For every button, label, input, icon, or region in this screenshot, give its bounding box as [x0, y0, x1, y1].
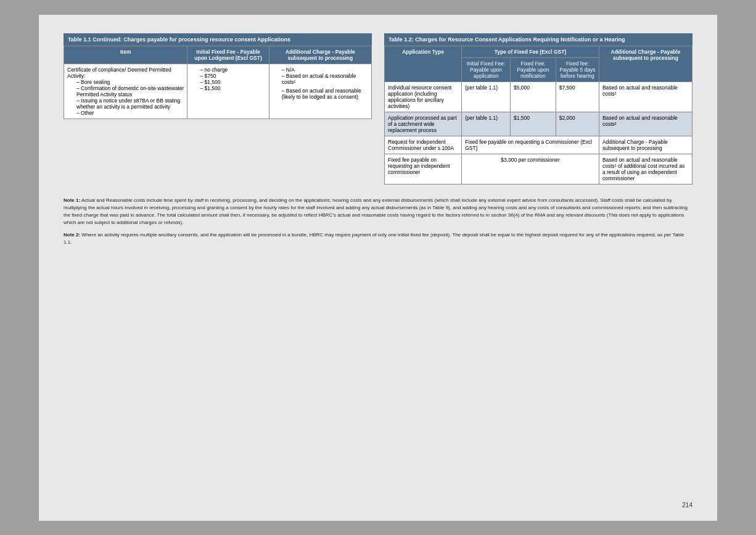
initial-list: no charge $750 $1,500 $1,500 [200, 67, 265, 91]
page-number: 214 [682, 502, 692, 508]
table-row: Certificate of compliance/ Deemed Permit… [64, 64, 372, 118]
hearing-cell: $7,500 [556, 81, 599, 112]
right-sub-notif: Fixed Fee: Payable upon notification [511, 57, 556, 81]
right-table-title: Table 1.2: Charges for Resource Consent … [384, 33, 692, 46]
app-type-cell: Request for Independent Commissioner und… [385, 136, 462, 154]
left-additional-cell: N/A Based on actual & reasonable costs¹ … [269, 64, 371, 118]
additional-cell: Based on actual and reasonable costs² [599, 112, 692, 136]
notif-cell: $1,500 [511, 112, 556, 136]
list-item: Based on actual & reasonable costs¹ [282, 73, 368, 85]
additional-list: N/A Based on actual & reasonable costs¹ … [282, 67, 368, 100]
table-row: Fixed fee payable on requesting an indep… [385, 154, 692, 184]
list-item: N/A [282, 67, 368, 73]
right-col-app-type: Application Type [385, 46, 462, 81]
page: Table 1.1 Continued: Charges payable for… [39, 15, 717, 521]
list-item: Based on actual and reasonable (likely t… [282, 88, 368, 100]
app-type-cell: Application processed as part of a catch… [385, 112, 462, 136]
right-table: Application Type Type of Fixed Fee (Excl… [384, 46, 692, 185]
initial-cell: (per table 1.1) [462, 81, 511, 112]
left-col-initial: Initial Fixed Fee - Payable upon Lodgmen… [187, 46, 269, 64]
list-item: $1,500 [200, 85, 265, 91]
additional-cell: Additional Charge - Payable subsequent t… [599, 136, 692, 154]
list-item: no charge [200, 67, 265, 73]
additional-cell: Based on actual and reasonable costs¹ [599, 81, 692, 112]
right-sub-hearing: Fixed fee: Payable 5 days before hearing [556, 57, 599, 81]
list-item: Other [76, 110, 184, 116]
left-col-item: Item [64, 46, 187, 64]
additional-cell: Based on actual and reasonable costs¹ of… [599, 154, 692, 184]
app-type-cell: Fixed fee payable on requesting an indep… [385, 154, 462, 184]
list-item: Bore sealing [76, 79, 184, 85]
note-1: Note 1: Actual and Reasonable costs incl… [64, 197, 692, 226]
notes-section: Note 1: Actual and Reasonable costs incl… [64, 197, 692, 246]
hearing-cell: $2,000 [556, 112, 599, 136]
left-table: Item Initial Fixed Fee - Payable upon Lo… [64, 46, 372, 119]
tables-row: Table 1.1 Continued: Charges payable for… [64, 33, 692, 185]
left-item-cell: Certificate of compliance/ Deemed Permit… [64, 64, 187, 118]
table-row: Application processed as part of a catch… [385, 112, 692, 136]
item-heading: Certificate of compliance/ Deemed Permit… [67, 67, 184, 79]
left-table-title: Table 1.1 Continued: Charges payable for… [64, 33, 372, 46]
list-item: $750 [200, 73, 265, 79]
left-table-section: Table 1.1 Continued: Charges payable for… [64, 33, 372, 185]
list-item: $1,500 [200, 79, 265, 85]
notif-cell: $5,000 [511, 81, 556, 112]
note-2: Note 2: Where an activity requires multi… [64, 231, 692, 246]
left-initial-cell: no charge $750 $1,500 $1,500 [187, 64, 269, 118]
app-type-cell: Individual resource consent application … [385, 81, 462, 112]
right-col-additional: Additional Charge - Payable subsequent t… [599, 46, 692, 81]
note-2-label: Note 2: [64, 232, 80, 238]
right-table-section: Table 1.2: Charges for Resource Consent … [384, 33, 692, 185]
list-item: Issuing a notice under s87BA or BB stati… [76, 97, 184, 110]
note-1-label: Note 1: [64, 197, 80, 203]
initial-cell: (per table 1.1) [462, 112, 511, 136]
list-item: Confirmation of domestic on-site wastewa… [76, 85, 184, 97]
left-col-additional: Additional Charge - Payable subsequent t… [269, 46, 371, 64]
note-1-text: Actual and Reasonable costs include time… [64, 197, 688, 225]
right-sub-initial: Initial Fixed Fee: Payable upon applicat… [462, 57, 511, 81]
item-list: Bore sealing Confirmation of domestic on… [76, 79, 184, 116]
table-row: Individual resource consent application … [385, 81, 692, 112]
fixed-fee-span-cell: $3,000 per commissioner [462, 154, 599, 184]
note-2-text: Where an activity requires multiple anci… [64, 232, 684, 245]
fixed-fee-span-cell: Fixed fee payable on requesting a Commis… [462, 136, 599, 154]
table-row: Request for Independent Commissioner und… [385, 136, 692, 154]
right-col-fixed-fee-group: Type of Fixed Fee (Excl GST) [462, 46, 599, 57]
